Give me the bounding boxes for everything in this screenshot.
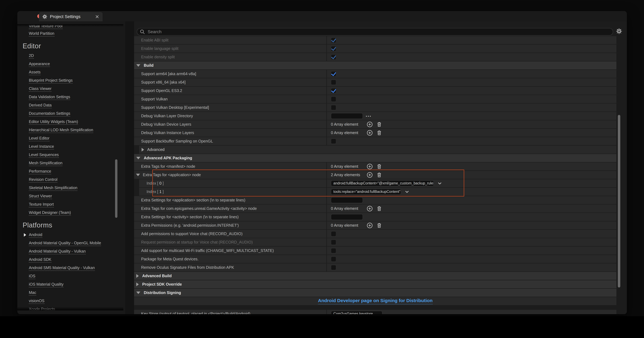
sidebar-item-performance[interactable]: Performance [22, 168, 118, 176]
sidebar-item-android[interactable]: Android [22, 231, 118, 239]
chevron-down-icon[interactable] [404, 189, 410, 194]
sidebar-item-android-sm5-material-quality-vulkan[interactable]: Android SM5 Material Quality - Vulkan [22, 264, 118, 272]
sidebar-item-struct-viewer[interactable]: Struct Viewer [22, 192, 118, 200]
checkbox[interactable] [331, 265, 336, 270]
text-field[interactable] [331, 214, 363, 220]
checkbox[interactable] [331, 231, 336, 236]
row-label-cell: Add permissions to support Voice chat (R… [134, 230, 327, 238]
sidebar-item-ios[interactable]: iOS [22, 272, 118, 280]
checkbox[interactable] [331, 96, 336, 102]
sidebar-item-label: Editor Utility Widgets (Team) [29, 120, 78, 125]
row-label: Key Store (output of keytool, placed in … [141, 312, 250, 314]
sidebar-item-level-sequences[interactable]: Level Sequences [22, 151, 118, 159]
sidebar-item-editor-utility-widgets-team-[interactable]: Editor Utility Widgets (Team) [22, 118, 118, 126]
sidebar-item-mesh-simplification[interactable]: Mesh Simplification [22, 159, 118, 168]
main-scrollbar[interactable] [618, 115, 620, 288]
row-label-cell: Index [ 0 ] [139, 179, 327, 187]
sidebar-item-level-editor[interactable]: Level Editor [22, 134, 118, 143]
section-header-row[interactable]: Project SDK Override [134, 280, 616, 288]
checkbox[interactable] [331, 256, 336, 262]
section-header-row[interactable]: Advanced APK Packaging [134, 154, 616, 162]
sidebar-item-android-sdk[interactable]: Android SDK [22, 256, 118, 264]
sidebar-item-android-material-quality-vulkan[interactable]: Android Material Quality - Vulkan [22, 248, 118, 256]
plus-circle-icon[interactable] [366, 172, 373, 178]
sidebar-scrollbar[interactable] [115, 159, 118, 218]
trash-icon[interactable] [376, 172, 382, 178]
sidebar-item-skeletal-mesh-simplification[interactable]: Skeletal Mesh Simplification [22, 184, 118, 192]
sidebar-item-label: Documentation Settings [29, 111, 70, 116]
settings-row: Remove Oculus Signature Files from Distr… [134, 264, 616, 272]
sidebar-item-widget-designer-team-[interactable]: Widget Designer (Team) [22, 209, 118, 217]
settings-row: Support Vulkan Desktop [Experimental] [134, 104, 616, 112]
triangle-down-icon[interactable] [136, 174, 140, 176]
sidebar-item-2d[interactable]: 2D [22, 52, 118, 60]
trash-icon[interactable] [376, 164, 382, 170]
text-field[interactable] [331, 113, 363, 119]
checkbox[interactable] [331, 138, 336, 144]
triangle-right-icon[interactable] [142, 148, 144, 152]
checkbox[interactable] [331, 248, 336, 253]
checkbox[interactable] [331, 46, 336, 51]
triangle-down-icon[interactable] [136, 292, 140, 294]
sidebar-item-derived-data[interactable]: Derived Data [22, 101, 118, 110]
row-value-cell: Com2usGames.keystore [327, 310, 616, 314]
sidebar-item-class-viewer[interactable]: Class Viewer [22, 85, 118, 93]
sidebar-item-ios-material-quality[interactable]: iOS Material Quality [22, 280, 118, 289]
sidebar-item-appearance[interactable]: Appearance [22, 60, 118, 68]
plus-circle-icon[interactable] [366, 222, 373, 229]
sidebar-item-blueprint-project-settings[interactable]: Blueprint Project Settings [22, 76, 118, 85]
plus-circle-icon[interactable] [366, 205, 373, 212]
trash-icon[interactable] [376, 222, 382, 228]
sidebar-item-mac[interactable]: Mac [22, 289, 118, 297]
plus-circle-icon[interactable] [366, 163, 373, 170]
trash-icon[interactable] [376, 121, 382, 128]
collapsed-subsection-row[interactable]: Advanced [139, 146, 616, 154]
browse-ellipsis-button[interactable]: ... [366, 114, 372, 116]
checkbox[interactable] [331, 38, 336, 43]
trash-icon[interactable] [376, 206, 382, 212]
sidebar-item-android-material-quality-opengl-mobile[interactable]: Android Material Quality - OpenGL Mobile [22, 239, 118, 248]
section-header-row[interactable]: Build [134, 62, 616, 70]
close-tab-icon[interactable] [95, 15, 99, 19]
text-field[interactable] [331, 197, 363, 203]
checkbox[interactable] [331, 240, 336, 245]
row-value-cell: 0 Array element [327, 204, 616, 212]
checkbox[interactable] [331, 71, 336, 76]
sidebar-item-visionos[interactable]: visionOS [22, 297, 118, 305]
sidebar-item-level-instance[interactable]: Level Instance [22, 143, 118, 151]
sidebar-top-shadow [17, 24, 123, 27]
text-field-value: android:fullBackupContent="@xml/game_cus… [334, 181, 434, 185]
triangle-right-icon[interactable] [136, 274, 139, 278]
settings-gear-icon[interactable] [616, 28, 622, 34]
external-link[interactable]: Android Developer page on Signing for Di… [318, 298, 432, 304]
triangle-right-icon[interactable] [136, 282, 139, 286]
section-header-row[interactable]: Distribution Signing [134, 289, 616, 297]
plus-circle-icon[interactable] [366, 130, 373, 136]
sidebar-item-label: Struct Viewer [29, 194, 52, 199]
sidebar-item-documentation-settings[interactable]: Documentation Settings [22, 110, 118, 118]
text-field[interactable]: tools:replace="android:fullBackupContent… [331, 189, 401, 195]
expanded-arrow-icon[interactable] [24, 233, 26, 236]
triangle-down-icon[interactable] [136, 157, 140, 159]
chevron-down-icon[interactable] [437, 180, 442, 186]
checkbox[interactable] [331, 80, 336, 85]
panel-splitter[interactable] [125, 21, 134, 314]
sidebar-item-world-partition[interactable]: World Partition [22, 30, 118, 38]
triangle-down-icon[interactable] [136, 64, 140, 67]
sidebar-item-data-validation-settings[interactable]: Data Validation Settings [22, 93, 118, 101]
search-input[interactable] [147, 29, 610, 34]
plus-circle-icon[interactable] [366, 121, 373, 128]
sidebar-item-hierarchical-lod-mesh-simplification[interactable]: Hierarchical LOD Mesh Simplification [22, 126, 118, 134]
sidebar-item-label: Blueprint Project Settings [29, 78, 73, 84]
sidebar-item-revision-control[interactable]: Revision Control [22, 176, 118, 184]
section-header-row[interactable]: Advanced Build [134, 272, 616, 280]
sidebar-item-assets[interactable]: Assets [22, 68, 118, 76]
checkbox[interactable] [331, 88, 336, 94]
checkbox[interactable] [331, 54, 336, 60]
trash-icon[interactable] [376, 130, 382, 136]
sidebar-item-texture-import[interactable]: Texture Import [22, 200, 118, 209]
text-field[interactable]: Com2usGames.keystore [331, 311, 382, 314]
text-field[interactable]: android:fullBackupContent="@xml/game_cus… [331, 180, 434, 186]
checkbox[interactable] [331, 105, 336, 110]
window-tab[interactable]: Project Settings [39, 12, 102, 21]
